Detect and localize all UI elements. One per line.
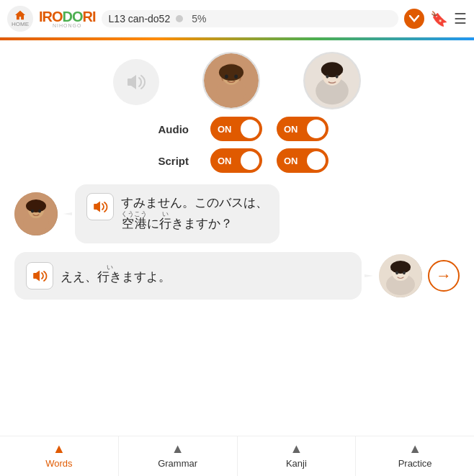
audio-toggle-1[interactable]: ON (210, 117, 262, 141)
audio-toggle-2-label: ON (284, 124, 298, 135)
female2-face-svg (305, 52, 359, 109)
audio-toggle-2[interactable]: ON (277, 117, 328, 141)
script-toggle-2-knob (307, 151, 326, 170)
chat-avatar-1 (14, 192, 58, 235)
svg-point-23 (395, 271, 398, 274)
script-control-row: Script ON ON (146, 148, 328, 173)
lesson-pill: L13 can-do52 5% (102, 10, 398, 27)
nav-words[interactable]: ▲ Words (0, 436, 118, 476)
home-icon (14, 10, 26, 20)
words-nav-icon: ▲ (53, 441, 66, 457)
home-label: HOME (12, 21, 29, 27)
next-button[interactable]: → (428, 260, 460, 292)
speech-bubble-1: すみません。このバスは、 空港 くうこう に 行 い きますか？ (75, 184, 280, 243)
words-nav-label: Words (45, 458, 72, 469)
script-label: Script (146, 155, 189, 167)
chat-bubble-row-2: ええ、 行き い ますよ。 (14, 252, 460, 300)
svg-point-6 (234, 74, 238, 78)
menu-button[interactable]: ☰ (454, 10, 467, 27)
female1-face-svg (204, 52, 259, 109)
logo: IRODORI NIHONGO (39, 9, 96, 28)
nav-practice[interactable]: ▲ Practice (356, 436, 474, 476)
main-content: Audio ON ON Script ON ON (0, 40, 474, 436)
script-toggle-1-label: ON (218, 156, 232, 166)
bubble-arrow-left (63, 207, 72, 221)
svg-point-11 (326, 75, 328, 78)
chevron-down-icon (409, 15, 419, 22)
arrow-right-icon: → (436, 266, 452, 285)
bubble1-with-arrow: すみません。このバスは、 空港 くうこう に 行 い きますか？ (63, 184, 280, 243)
bubble2-right-controls: → (379, 254, 460, 297)
bottom-nav: ▲ Words ▲ Grammar ▲ Kanji ▲ Practice (0, 436, 474, 476)
svg-point-16 (26, 199, 46, 212)
progress-dot (176, 15, 183, 22)
chat-bubble-row-1: すみません。このバスは、 空港 くうこう に 行 い きますか？ (14, 184, 460, 243)
dropdown-button[interactable] (404, 9, 424, 29)
speaker-icon (125, 72, 147, 92)
chat-face2-svg (379, 254, 422, 297)
audio-label: Audio (146, 123, 189, 135)
nav-kanji[interactable]: ▲ Kanji (238, 436, 356, 476)
practice-nav-icon: ▲ (408, 441, 421, 457)
bubble-2-audio-button[interactable] (26, 262, 53, 289)
bubble-2-text: ええ、 行き い ますよ。 (61, 264, 171, 288)
chat-face1-svg (14, 192, 58, 235)
bubble2-with-arrow: ええ、 行き い ますよ。 (14, 252, 373, 300)
script-toggle-2-label: ON (284, 156, 298, 166)
lesson-label: L13 can-do52 (109, 13, 171, 24)
audio-control-row: Audio ON ON (146, 117, 328, 141)
script-toggle-1[interactable]: ON (210, 148, 262, 173)
bubble-arrow-right (365, 269, 373, 283)
logo-subtitle: NIHONGO (53, 23, 81, 28)
controls-grid: Audio ON ON Script ON ON (14, 117, 460, 173)
svg-point-4 (219, 64, 243, 81)
kanji-ikimasu: 行き い (97, 270, 122, 284)
kanji-kuukou: 空港 くうこう (121, 217, 147, 230)
script-toggle-1-knob (241, 151, 259, 170)
kanji-nav-label: Kanji (286, 458, 307, 469)
bubble-2-speaker-icon (32, 269, 48, 283)
bubble-1-text: すみません。このバスは、 空港 くうこう に 行 い きますか？ (121, 193, 268, 235)
top-bar: HOME IRODORI NIHONGO L13 can-do52 5% 🔖 ☰ (0, 0, 474, 37)
home-button[interactable]: HOME (7, 6, 33, 32)
bubble-1-audio-button[interactable] (86, 193, 114, 220)
svg-point-12 (336, 75, 339, 78)
avatar-female2-wrap (303, 52, 361, 109)
nav-grammar[interactable]: ▲ Grammar (119, 436, 237, 476)
chat-avatar-2 (379, 254, 422, 297)
svg-point-18 (38, 209, 41, 212)
speech-bubble-2: ええ、 行き い ますよ。 (14, 252, 362, 300)
avatar-female1 (202, 52, 260, 109)
characters-section (14, 52, 460, 109)
svg-point-17 (31, 209, 34, 212)
kanji-iku: 行 い (159, 217, 171, 230)
progress-percent: 5% (192, 13, 206, 24)
audio-toggle-2-knob (307, 120, 326, 138)
script-toggle-2[interactable]: ON (277, 148, 328, 173)
bookmark-button[interactable]: 🔖 (430, 10, 448, 27)
grammar-nav-label: Grammar (158, 458, 197, 469)
chat-area: すみません。このバスは、 空港 くうこう に 行 い きますか？ (14, 184, 460, 436)
avatar-female2 (303, 52, 361, 109)
svg-point-24 (403, 271, 406, 274)
audio-toggle-1-knob (241, 120, 259, 138)
svg-point-5 (225, 74, 228, 78)
grammar-nav-icon: ▲ (171, 441, 184, 457)
practice-nav-label: Practice (398, 458, 432, 469)
bubble-1-speaker-icon (92, 199, 108, 214)
kanji-nav-icon: ▲ (290, 441, 303, 457)
audio-toggle-1-label: ON (218, 124, 232, 135)
avatar-female1-wrap (202, 52, 260, 109)
speaker-audio-button[interactable] (113, 59, 159, 105)
